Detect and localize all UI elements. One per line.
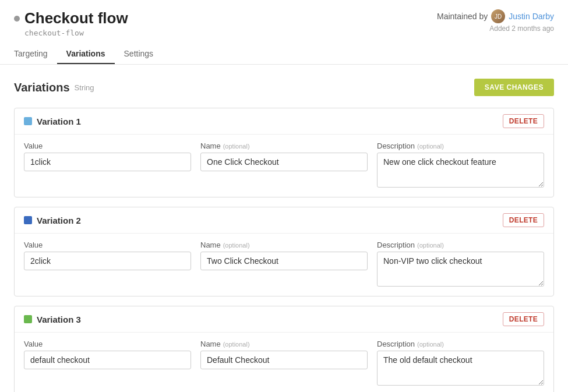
variation-1-title: Variation 1 [37,116,81,126]
variation-1-description-input[interactable]: New one click checkout feature [377,153,544,188]
variation-3-value-input[interactable] [24,351,191,369]
variation-3-fields: Value Name (optional) Description (optio… [15,332,553,392]
variation-2-color [24,216,32,224]
variation-2-title: Variation 2 [37,216,81,225]
status-dot [14,16,20,22]
added-date: Added 2 months ago [489,24,554,33]
variation-1-value-input[interactable] [24,153,191,171]
maintainer-row: Maintained by JD Justin Darby [437,9,554,23]
delete-variation-3-button[interactable]: DELETE [503,312,544,326]
variations-title-text: Variations [14,81,70,94]
variation-1-header: Variation 1 DELETE [15,108,553,134]
main-content: Variations String SAVE CHANGES Variation… [0,65,568,392]
variation-1-label: Variation 1 [24,116,81,126]
variation-3-description-input[interactable]: The old default checkout [377,351,544,386]
value-label-1: Value [24,142,191,150]
name-label-2: Name (optional) [200,241,368,249]
save-changes-button[interactable]: SAVE CHANGES [474,79,554,96]
variations-type: String [75,83,94,92]
page-title: Checkout flow [24,9,128,27]
title-row: Checkout flow [14,9,128,27]
variation-3-header: Variation 3 DELETE [15,306,553,332]
variation-block-3: Variation 3 DELETE Value Name (optional) [14,306,554,392]
maintained-by-label: Maintained by [437,12,488,21]
tab-settings[interactable]: Settings [115,44,163,64]
variation-2-value-group: Value [24,241,191,287]
header-top: Checkout flow checkout-flow Maintained b… [14,9,554,37]
variation-2-name-input[interactable] [200,252,368,270]
maintainer-link[interactable]: Justin Darby [509,12,554,21]
variation-1-value-group: Value [24,142,191,188]
variation-2-value-input[interactable] [24,252,191,270]
variation-block-1: Variation 1 DELETE Value Name (optional) [14,108,554,197]
variation-3-title: Variation 3 [37,315,81,324]
variation-2-header: Variation 2 DELETE [15,207,553,233]
variation-3-value-group: Value [24,340,191,386]
description-label-2: Description (optional) [377,241,544,249]
variation-2-name-group: Name (optional) [200,241,368,287]
tabs: Targeting Variations Settings [14,44,554,64]
variation-1-color [24,117,32,125]
description-label-3: Description (optional) [377,340,544,348]
variation-2-description-group: Description (optional) Non-VIP two click… [377,241,544,287]
maintainer-area: Maintained by JD Justin Darby Added 2 mo… [437,9,554,33]
delete-variation-1-button[interactable]: DELETE [503,114,544,128]
variation-1-name-input[interactable] [200,153,368,171]
value-label-3: Value [24,340,191,348]
variations-title: Variations String [14,81,94,94]
name-label-3: Name (optional) [200,340,368,348]
variation-1-description-group: Description (optional) New one click che… [377,142,544,188]
delete-variation-2-button[interactable]: DELETE [503,213,544,227]
value-label-2: Value [24,241,191,249]
title-area: Checkout flow checkout-flow [14,9,128,37]
page-header: Checkout flow checkout-flow Maintained b… [0,0,568,65]
avatar: JD [491,9,505,23]
variation-3-name-input[interactable] [200,351,368,369]
variation-3-label: Variation 3 [24,315,81,324]
variation-1-fields: Value Name (optional) Description (optio… [15,134,553,197]
variation-3-color [24,315,32,323]
variation-3-name-group: Name (optional) [200,340,368,386]
description-label-1: Description (optional) [377,142,544,150]
variation-block-2: Variation 2 DELETE Value Name (optional) [14,207,554,296]
variation-2-description-input[interactable]: Non-VIP two click checkout [377,252,544,287]
variation-1-name-group: Name (optional) [200,142,368,188]
variation-2-label: Variation 2 [24,216,81,225]
name-label-1: Name (optional) [200,142,368,150]
variations-header: Variations String SAVE CHANGES [14,79,554,96]
page-slug: checkout-flow [24,29,128,37]
variation-3-description-group: Description (optional) The old default c… [377,340,544,386]
variation-2-fields: Value Name (optional) Description (optio… [15,233,553,296]
tab-variations[interactable]: Variations [57,44,115,64]
tab-targeting[interactable]: Targeting [14,44,57,64]
